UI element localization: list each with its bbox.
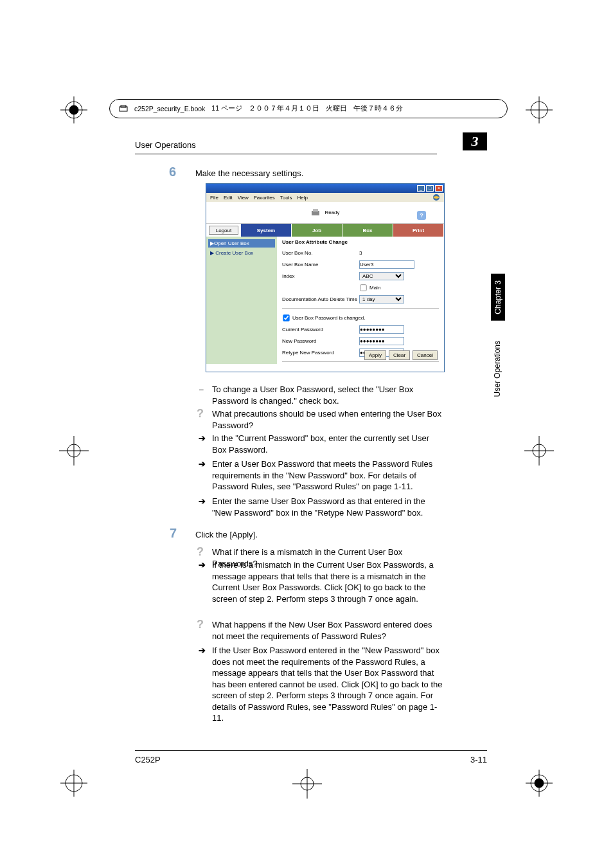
- note-a5: If the User Box Password entered in the …: [212, 645, 443, 724]
- step-7-number: 7: [170, 526, 177, 541]
- arrow-icon: ➔: [199, 560, 206, 570]
- apply-button[interactable]: Apply: [364, 350, 386, 360]
- menu-help[interactable]: Help: [297, 195, 307, 201]
- note-a3: Enter the same User Box Password as that…: [212, 496, 443, 518]
- clear-button[interactable]: Clear: [389, 350, 410, 360]
- tab-system[interactable]: System: [241, 224, 292, 237]
- pwchange-checkbox[interactable]: [283, 314, 289, 321]
- registration-mark: [60, 770, 87, 797]
- index-label: Index: [282, 273, 359, 279]
- app-window: _ □ × File Edit View Favorites Tools Hel…: [206, 183, 445, 372]
- close-button[interactable]: ×: [435, 185, 443, 192]
- minimize-button[interactable]: _: [417, 185, 425, 192]
- book-icon: [119, 105, 128, 113]
- step-6-text: Make the necessary settings.: [195, 168, 303, 178]
- status-row: Ready ?: [206, 202, 444, 224]
- maximize-button[interactable]: □: [426, 185, 434, 192]
- logout-button[interactable]: Logout: [209, 226, 238, 235]
- tabs-row: Logout System Job Box Print: [206, 224, 444, 237]
- boxno-label: User Box No.: [282, 250, 359, 256]
- registration-mark: [526, 96, 553, 123]
- note-a1: In the "Current Password" box, enter the…: [212, 433, 443, 455]
- page-footer: C252P 3-11: [135, 750, 487, 764]
- note-q3: What happens if the New User Box Passwor…: [212, 619, 443, 642]
- autodel-label: Documentation Auto Delete Time: [282, 296, 359, 302]
- header-weekday: 火曜日: [326, 104, 347, 113]
- autodel-select[interactable]: 1 day: [359, 295, 404, 303]
- crop-cross-icon: [524, 436, 554, 466]
- left-nav: ▶Open User Box ▶ Create User Box: [206, 237, 277, 364]
- step-6-number: 6: [169, 165, 176, 179]
- note-a2: Enter a User Box Password that meets the…: [212, 458, 443, 493]
- note-change-password: To change a User Box Password, select th…: [212, 384, 443, 406]
- printer-icon: [310, 208, 321, 217]
- arrow-icon: ➔: [199, 496, 206, 506]
- arrow-icon: ➔: [199, 459, 206, 469]
- side-chapter-tab: Chapter 3: [491, 274, 505, 321]
- note-a4: If there is a mismatch in the Current Us…: [212, 559, 443, 604]
- newpw-label: New Password: [282, 338, 359, 344]
- svg-rect-26: [312, 211, 319, 215]
- nav-open-user-box[interactable]: ▶Open User Box: [208, 239, 275, 248]
- side-section-label: User Operations: [493, 341, 502, 397]
- curpw-label: Current Password: [282, 327, 359, 332]
- registration-mark: [526, 770, 553, 797]
- question-icon: ?: [197, 407, 204, 420]
- boxname-label: User Box Name: [282, 262, 359, 267]
- header-page: 11 ページ: [211, 104, 242, 113]
- nav-create-user-box[interactable]: ▶ Create User Box: [210, 249, 273, 257]
- boxno-value: 3: [359, 250, 362, 256]
- header-date: ２００７年４月１０日: [249, 104, 319, 113]
- pwchange-label: User Box Password is changed.: [292, 315, 365, 321]
- form-title: User Box Attribute Change: [282, 239, 439, 245]
- footer-page: 3-11: [470, 755, 487, 764]
- registration-mark: [60, 96, 87, 123]
- retypepw-label: Retype New Password: [282, 350, 359, 356]
- svg-rect-27: [313, 209, 318, 212]
- menu-file[interactable]: File: [210, 195, 218, 201]
- header-filename: c252P_security_E.book: [134, 105, 205, 113]
- arrow-icon: ➔: [199, 646, 206, 655]
- main-label: Main: [369, 284, 380, 290]
- menu-favorites[interactable]: Favorites: [254, 195, 275, 201]
- status-text: Ready: [324, 210, 339, 215]
- menu-tools[interactable]: Tools: [280, 195, 292, 201]
- menu-edit[interactable]: Edit: [224, 195, 233, 201]
- index-select[interactable]: ABC: [359, 272, 404, 280]
- question-icon: ?: [197, 618, 204, 631]
- header-time: 午後７時４６分: [353, 104, 403, 113]
- chapter-number-badge: 3: [463, 132, 487, 150]
- crop-cross-icon: [292, 769, 322, 799]
- window-titlebar: _ □ ×: [206, 184, 444, 193]
- tab-print[interactable]: Print: [393, 224, 444, 237]
- newpw-input[interactable]: [359, 337, 404, 345]
- help-icon[interactable]: ?: [417, 211, 426, 220]
- boxname-input[interactable]: [359, 260, 414, 269]
- step-7-text: Click the [Apply].: [195, 530, 258, 539]
- note-q1: What precautions should be used when ent…: [212, 408, 443, 431]
- menu-bar: File Edit View Favorites Tools Help: [206, 193, 444, 202]
- menu-view[interactable]: View: [238, 195, 249, 201]
- main-checkbox[interactable]: [360, 284, 366, 291]
- question-icon: ?: [197, 545, 204, 559]
- arrow-icon: ➔: [199, 433, 206, 443]
- ie-logo-icon: [432, 194, 440, 201]
- curpw-input[interactable]: [359, 325, 404, 334]
- footer-model: C252P: [135, 755, 161, 764]
- crop-cross-icon: [59, 436, 89, 466]
- tab-box[interactable]: Box: [342, 224, 393, 237]
- book-header-bar: c252P_security_E.book 11 ページ ２００７年４月１０日 …: [109, 99, 508, 118]
- section-title: User Operations: [135, 140, 437, 154]
- dash-bullet: –: [199, 385, 204, 394]
- cancel-button[interactable]: Cancel: [413, 350, 438, 360]
- tab-job[interactable]: Job: [292, 224, 342, 237]
- form-area: User Box Attribute Change User Box No.3 …: [277, 237, 444, 364]
